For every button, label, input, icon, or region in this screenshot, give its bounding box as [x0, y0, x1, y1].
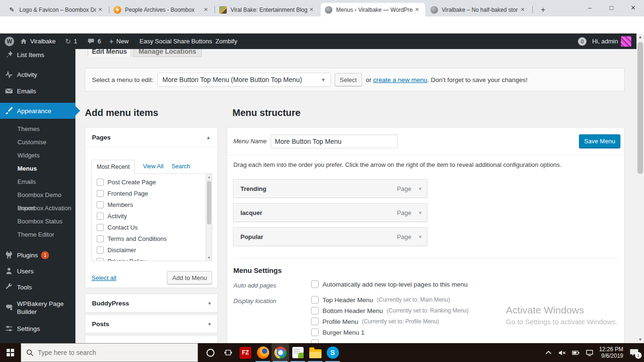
- sidebar-item-users[interactable]: Users: [0, 263, 75, 279]
- checkbox[interactable]: [97, 247, 104, 254]
- page-item-row[interactable]: Post Create Page: [92, 176, 212, 188]
- browser-tab-2[interactable]: People Archives - Boombox ✕: [109, 3, 214, 16]
- create-new-menu-link[interactable]: create a new menu: [373, 76, 428, 83]
- firefox-app[interactable]: [254, 343, 272, 362]
- page-item-row[interactable]: Frontend Page: [92, 188, 212, 199]
- checkbox[interactable]: [311, 329, 319, 336]
- list-items-panel[interactable]: List Items ▾: [85, 335, 218, 343]
- volume-muted-icon[interactable]: [558, 349, 566, 357]
- display-location-row-clipped[interactable]: [311, 339, 319, 343]
- page-item-row[interactable]: Contact Us: [92, 222, 212, 233]
- checkbox[interactable]: [97, 179, 104, 186]
- browser-scrollbar[interactable]: ▲ ▼: [636, 33, 644, 343]
- sidebar-sub-menus[interactable]: Menus: [0, 162, 75, 175]
- browser-tab-1[interactable]: ✎ Logo & Favicon – Boombox Do ✕: [4, 3, 108, 16]
- taskbar-clock[interactable]: 12:26 PM 9/6/2019: [599, 346, 623, 359]
- browser-tab-5[interactable]: Viralbake – No half-baked stor ✕: [426, 3, 531, 16]
- tab-close-icon[interactable]: ✕: [307, 6, 315, 14]
- menu-item-bar[interactable]: Trending Page ▾: [233, 179, 428, 198]
- checkbox[interactable]: [311, 339, 319, 343]
- expand-arrow-icon[interactable]: ▾: [208, 301, 211, 306]
- scroll-up-icon[interactable]: ▲: [636, 33, 644, 41]
- tab-close-icon[interactable]: ✕: [202, 6, 210, 14]
- account-menu[interactable]: Hi, admin: [592, 33, 631, 49]
- page-item-row[interactable]: Privacy Policy: [92, 255, 212, 261]
- checkbox[interactable]: [97, 258, 104, 262]
- cortana-button[interactable]: [202, 343, 219, 362]
- explorer-app[interactable]: [306, 343, 324, 362]
- menu-select-dropdown[interactable]: More Button Top Menu (More Button Top Me…: [157, 73, 331, 87]
- sidebar-sub-widgets[interactable]: Widgets: [0, 149, 75, 162]
- sidebar-sub-themes[interactable]: Themes: [0, 123, 75, 136]
- new-content-menu[interactable]: + New: [109, 33, 129, 49]
- page-item-row[interactable]: Members: [92, 199, 212, 210]
- sidebar-item-list-items[interactable]: List Items: [0, 47, 75, 62]
- scroll-up-icon[interactable]: ▲: [206, 174, 212, 180]
- auto-add-pages-row[interactable]: Automatically add new top-level pages to…: [311, 280, 468, 288]
- window-close-button[interactable]: ✕: [622, 0, 644, 16]
- sidebar-sub-boombox-status[interactable]: Boombox Status: [0, 215, 75, 228]
- window-minimize-button[interactable]: –: [579, 0, 601, 16]
- tab-view-all[interactable]: View All: [143, 163, 164, 173]
- checkbox[interactable]: [311, 307, 319, 314]
- checkbox[interactable]: [97, 235, 104, 242]
- action-center-button[interactable]: 1: [629, 348, 639, 357]
- task-view-button[interactable]: [219, 343, 237, 362]
- tab-close-icon[interactable]: ✕: [413, 6, 421, 14]
- display-location-row[interactable]: Profile Menu (Currently set to: Profile …: [311, 318, 439, 325]
- browser-tab-3[interactable]: Viral Bake: Entertainment Blogs ✕: [215, 3, 320, 16]
- sidebar-sub-theme-editor[interactable]: Theme Editor: [0, 228, 75, 241]
- save-menu-button[interactable]: Save Menu: [579, 134, 620, 148]
- skype-app[interactable]: S: [324, 343, 341, 362]
- tray-chevron-icon[interactable]: [545, 349, 553, 357]
- zombify-menu[interactable]: Zombify: [215, 33, 237, 49]
- checkbox[interactable]: [97, 201, 104, 208]
- checkbox[interactable]: [311, 280, 319, 288]
- display-location-row[interactable]: Top Header Menu (Currently set to: Main …: [311, 296, 450, 304]
- item-expand-arrow-icon[interactable]: ▾: [419, 210, 421, 216]
- new-tab-button[interactable]: +: [537, 3, 550, 16]
- battery-icon[interactable]: [572, 349, 580, 357]
- menu-item-bar[interactable]: lacquer Page ▾: [233, 203, 428, 222]
- checkbox[interactable]: [311, 296, 319, 304]
- search-input[interactable]: [38, 349, 179, 356]
- posts-panel[interactable]: Posts ▾: [85, 314, 218, 333]
- sidebar-sub-emails[interactable]: Emails: [0, 175, 75, 189]
- checkbox[interactable]: [97, 190, 104, 197]
- notepad-app[interactable]: [289, 343, 306, 362]
- comments-menu[interactable]: 6: [87, 33, 101, 49]
- page-item-row[interactable]: Terms and Conditions: [92, 233, 212, 244]
- menu-item-bar[interactable]: Popular Page ▾: [233, 227, 428, 246]
- tab-most-recent[interactable]: Most Recent: [91, 160, 135, 174]
- sidebar-item-tools[interactable]: Tools: [0, 279, 75, 295]
- sidebar-item-emails[interactable]: Emails: [0, 83, 75, 99]
- collapse-arrow-icon[interactable]: ▲: [206, 135, 211, 140]
- sidebar-item-appearance[interactable]: Appearance: [0, 103, 75, 119]
- expand-arrow-icon[interactable]: ▾: [208, 321, 211, 327]
- item-expand-arrow-icon[interactable]: ▾: [419, 186, 421, 192]
- display-location-row[interactable]: Burger Menu 1: [311, 329, 368, 336]
- page-item-row[interactable]: Activity: [92, 210, 212, 222]
- window-maximize-button[interactable]: □: [601, 0, 622, 16]
- sidebar-sub-boombox-demo-import[interactable]: Boombox Demo Import: [0, 189, 75, 202]
- item-expand-arrow-icon[interactable]: ▾: [419, 234, 421, 240]
- wp-logo-menu[interactable]: W: [5, 33, 14, 49]
- sidebar-item-wpbakery[interactable]: WPBakery Page Builder: [0, 295, 75, 320]
- add-to-menu-button[interactable]: Add to Menu: [167, 271, 212, 284]
- taskbar-search[interactable]: [21, 343, 198, 362]
- essb-menu[interactable]: Easy Social Share Buttons: [140, 33, 212, 49]
- checkbox[interactable]: [311, 318, 319, 325]
- checkbox[interactable]: [97, 213, 104, 220]
- tab-close-icon[interactable]: ✕: [519, 6, 527, 14]
- sidebar-item-activity[interactable]: Activity: [0, 67, 75, 82]
- list-scrollbar[interactable]: ▲ ▼: [206, 174, 212, 261]
- buddypress-panel[interactable]: BuddyPress ▾: [85, 294, 218, 313]
- start-button[interactable]: [0, 343, 21, 362]
- site-menu[interactable]: Viralbake: [20, 33, 56, 49]
- network-icon[interactable]: [586, 349, 594, 357]
- sidebar-item-plugins[interactable]: Plugins 1: [0, 247, 75, 263]
- display-location-row[interactable]: Bottom Header Menu (Currently set to: Ra…: [311, 307, 469, 314]
- browser-tab-active[interactable]: Menus ‹ Viralbake — WordPres ✕: [321, 3, 425, 16]
- chrome-app[interactable]: [272, 343, 289, 362]
- tab-close-icon[interactable]: ✕: [96, 6, 104, 14]
